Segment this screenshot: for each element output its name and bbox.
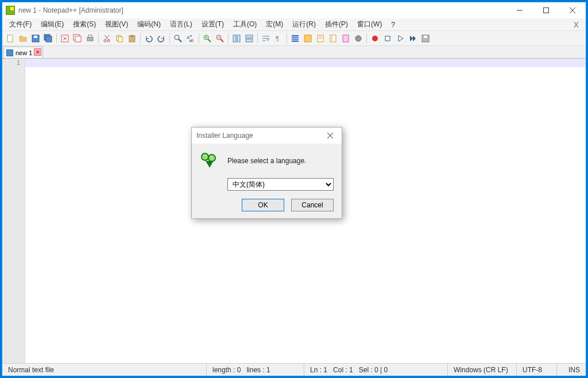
copy-icon[interactable] xyxy=(114,33,125,44)
menu-macro[interactable]: 宏(M) xyxy=(261,18,288,30)
statusbar: Normal text file length : 0 lines : 1 Ln… xyxy=(2,363,586,376)
tab-close-icon[interactable]: ✕ xyxy=(34,48,41,56)
svg-text:A: A xyxy=(187,35,190,40)
installer-language-dialog: Installer Language Please select a langu… xyxy=(191,127,342,219)
doc-list-icon[interactable] xyxy=(327,33,339,44)
status-ins[interactable]: INS xyxy=(557,364,586,376)
menu-file[interactable]: 文件(F) xyxy=(5,18,36,30)
ok-button[interactable]: OK xyxy=(242,199,284,211)
svg-point-57 xyxy=(355,36,361,41)
udl-icon[interactable] xyxy=(302,33,314,44)
menu-edit[interactable]: 编辑(E) xyxy=(36,18,68,30)
replace-icon[interactable]: AB xyxy=(185,33,196,44)
svg-rect-24 xyxy=(131,35,133,37)
status-filetype: Normal text file xyxy=(2,364,207,376)
tab-label: new 1 xyxy=(16,49,32,56)
new-file-icon[interactable] xyxy=(5,33,16,44)
status-position: Ln : 1 Col : 1 Sel : 0 | 0 xyxy=(304,364,448,376)
titlebar: new 1 - Notepad++ [Administrator] xyxy=(2,2,586,18)
file-tab-icon xyxy=(6,49,13,56)
svg-rect-15 xyxy=(87,37,93,41)
close-button[interactable] xyxy=(559,2,586,18)
menu-search[interactable]: 搜索(S) xyxy=(68,18,100,30)
minimize-button[interactable] xyxy=(506,2,533,18)
dialog-message: Please select a language. xyxy=(227,157,306,165)
sync-v-icon[interactable] xyxy=(231,33,242,44)
menu-help[interactable]: ? xyxy=(386,20,400,30)
svg-line-26 xyxy=(179,39,181,42)
function-list-icon[interactable] xyxy=(340,33,351,44)
svg-rect-5 xyxy=(11,35,13,37)
tabbar: new 1 ✕ xyxy=(2,46,586,59)
svg-rect-56 xyxy=(343,35,349,42)
doc-map-icon[interactable] xyxy=(315,33,326,44)
svg-rect-7 xyxy=(34,36,37,38)
menu-tools[interactable]: 工具(O) xyxy=(229,18,261,30)
show-all-chars-icon[interactable]: ¶ xyxy=(273,33,284,44)
svg-point-58 xyxy=(372,36,378,41)
wrap-icon[interactable] xyxy=(260,33,272,44)
zoom-out-icon[interactable] xyxy=(214,33,226,44)
svg-point-18 xyxy=(107,40,110,42)
svg-rect-39 xyxy=(246,39,253,42)
svg-rect-61 xyxy=(424,36,427,38)
close-file-icon[interactable] xyxy=(59,33,71,44)
redo-icon[interactable] xyxy=(156,33,167,44)
folder-workspace-icon[interactable] xyxy=(353,33,364,44)
svg-rect-52 xyxy=(330,35,336,42)
save-all-icon[interactable] xyxy=(42,33,54,44)
menu-encoding[interactable]: 编码(N) xyxy=(133,18,165,30)
cancel-button[interactable]: Cancel xyxy=(291,199,334,211)
save-icon[interactable] xyxy=(30,33,41,44)
svg-line-32 xyxy=(208,39,211,42)
svg-rect-9 xyxy=(46,36,52,42)
svg-point-25 xyxy=(175,35,179,40)
toolbar: AB ¶ xyxy=(2,31,586,46)
current-line xyxy=(25,59,586,67)
maximize-button[interactable] xyxy=(533,2,559,18)
language-select[interactable]: 中文(简体) xyxy=(227,178,334,191)
dialog-title: Installer Language xyxy=(196,132,253,140)
close-all-icon[interactable] xyxy=(72,33,83,44)
line-gutter: 1 xyxy=(2,59,25,363)
svg-rect-16 xyxy=(88,35,92,37)
record-macro-icon[interactable] xyxy=(369,33,381,44)
menu-plugins[interactable]: 插件(P) xyxy=(320,18,353,30)
save-macro-icon[interactable] xyxy=(420,33,431,44)
dialog-titlebar: Installer Language xyxy=(192,128,342,144)
indent-guide-icon[interactable] xyxy=(289,33,301,44)
stop-macro-icon[interactable] xyxy=(382,33,393,44)
status-eol[interactable]: Windows (CR LF) xyxy=(448,364,517,376)
menu-run[interactable]: 运行(R) xyxy=(288,18,320,30)
svg-rect-59 xyxy=(385,36,390,41)
find-icon[interactable] xyxy=(172,33,184,44)
menu-view[interactable]: 视图(V) xyxy=(100,18,133,30)
menu-settings[interactable]: 设置(T) xyxy=(197,18,229,30)
paste-icon[interactable] xyxy=(126,33,138,44)
svg-point-54 xyxy=(331,38,332,39)
play-macro-icon[interactable] xyxy=(394,33,406,44)
tab-new-1[interactable]: new 1 ✕ xyxy=(3,47,43,58)
menu-window[interactable]: 窗口(W) xyxy=(353,18,386,30)
svg-line-20 xyxy=(105,35,109,40)
status-encoding[interactable]: UTF-8 xyxy=(517,364,557,376)
window-title: new 1 - Notepad++ [Administrator] xyxy=(18,6,123,14)
cut-icon[interactable] xyxy=(101,33,113,44)
dialog-close-button[interactable] xyxy=(323,130,337,141)
svg-rect-1 xyxy=(544,8,549,13)
play-multi-macro-icon[interactable] xyxy=(407,33,419,44)
menubar-close-button[interactable]: X xyxy=(569,20,583,29)
menu-language[interactable]: 语言(L) xyxy=(165,18,197,30)
open-file-icon[interactable] xyxy=(17,33,29,44)
undo-icon[interactable] xyxy=(143,33,154,44)
svg-line-19 xyxy=(105,35,109,40)
app-icon xyxy=(6,6,15,15)
sync-h-icon[interactable] xyxy=(243,33,255,44)
installer-icon xyxy=(200,152,218,170)
svg-rect-37 xyxy=(237,35,240,42)
svg-line-35 xyxy=(220,39,223,42)
zoom-in-icon[interactable] xyxy=(202,33,213,44)
status-length-lines: length : 0 lines : 1 xyxy=(207,364,304,376)
print-icon[interactable] xyxy=(84,33,96,44)
svg-point-55 xyxy=(331,40,332,41)
